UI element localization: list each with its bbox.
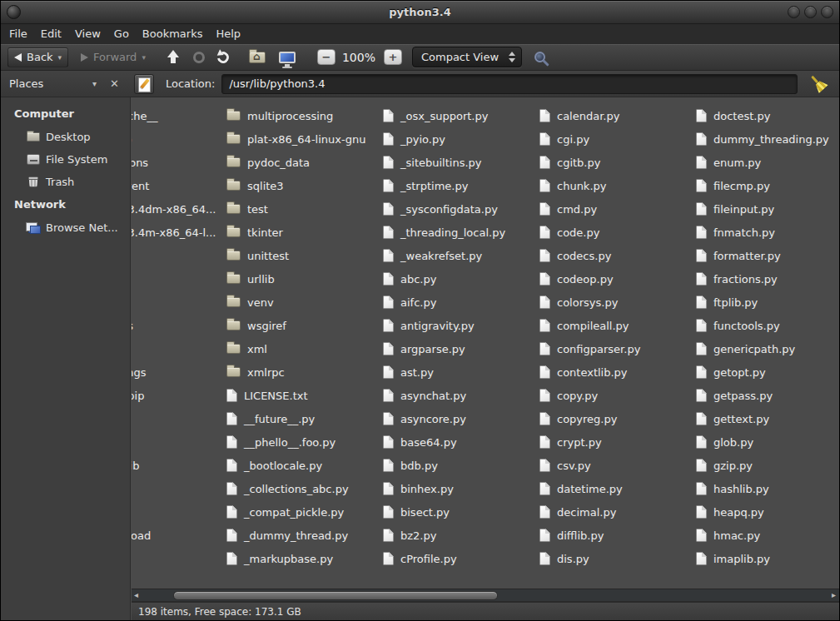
file-item[interactable]: ctypes — [132, 244, 228, 267]
file-item[interactable]: _strptime.py — [383, 174, 541, 197]
file-item[interactable]: logging — [132, 547, 228, 570]
menu-view[interactable]: View — [68, 24, 107, 44]
file-item[interactable]: asyncio — [132, 127, 228, 151]
file-item[interactable]: __phello__.foo.py — [226, 430, 385, 454]
file-item[interactable]: datetime.py — [539, 477, 698, 500]
file-item[interactable]: abc.py — [383, 267, 541, 291]
file-item[interactable]: _pyio.py — [383, 127, 541, 151]
file-item[interactable]: enum.py — [696, 151, 839, 174]
file-item[interactable]: _collections_abc.py — [226, 477, 385, 500]
file-item[interactable]: pydoc_data — [226, 151, 385, 174]
file-item[interactable]: binhex.py — [383, 477, 541, 500]
file-item[interactable]: encodings — [132, 360, 228, 384]
file-item[interactable]: copy.py — [539, 384, 698, 407]
stop-button[interactable] — [193, 52, 205, 63]
computer-button[interactable] — [279, 52, 296, 63]
file-item[interactable]: distutils — [132, 314, 228, 337]
search-icon[interactable] — [534, 52, 545, 62]
menu-go[interactable]: Go — [107, 24, 136, 44]
up-button[interactable] — [165, 49, 181, 66]
file-item[interactable]: fnmatch.py — [696, 221, 839, 244]
file-item[interactable]: doctest.py — [696, 104, 839, 127]
scroll-right-icon[interactable]: ▸ — [832, 589, 836, 601]
menu-edit[interactable]: Edit — [34, 24, 68, 44]
file-item[interactable]: urllib — [226, 267, 385, 291]
places-dropdown-icon[interactable]: ▾ — [92, 79, 97, 88]
file-item[interactable]: bisect.py — [383, 500, 541, 524]
file-item[interactable]: dummy_threading.py — [696, 127, 839, 151]
back-button[interactable]: Back ▾ — [7, 47, 68, 67]
file-item[interactable]: csv.py — [539, 454, 698, 477]
minimize-button[interactable] — [788, 6, 800, 18]
forward-button[interactable]: Forward ▾ — [75, 47, 152, 67]
file-item[interactable]: tkinter — [226, 221, 385, 244]
file-item[interactable]: formatter.py — [696, 244, 839, 267]
file-item[interactable]: ast.py — [383, 360, 541, 384]
file-item[interactable]: fractions.py — [696, 267, 839, 291]
file-item[interactable]: lib2to3 — [132, 500, 228, 524]
scrollbar-thumb[interactable] — [173, 591, 498, 600]
file-item[interactable]: multiprocessing — [226, 104, 385, 127]
file-item[interactable]: configparser.py — [539, 337, 698, 360]
file-item[interactable]: xml — [226, 337, 385, 360]
spinner-icon[interactable] — [509, 52, 515, 62]
file-item[interactable]: getopt.py — [696, 360, 839, 384]
home-button[interactable] — [249, 52, 266, 63]
file-item[interactable]: _threading_local.py — [383, 221, 541, 244]
file-item[interactable]: _osx_support.py — [383, 104, 541, 127]
file-item[interactable]: hashlib.py — [696, 477, 839, 500]
file-item[interactable]: base64.py — [383, 430, 541, 454]
file-item[interactable]: config-3.4dm-x86_64... — [132, 197, 228, 221]
file-item[interactable]: copyreg.py — [539, 407, 698, 430]
file-item[interactable]: difflib.py — [539, 524, 698, 547]
file-item[interactable]: unittest — [226, 244, 385, 267]
file-item[interactable]: imaplib.py — [696, 547, 839, 570]
file-item[interactable]: aifc.py — [383, 291, 541, 314]
file-item[interactable]: http — [132, 430, 228, 454]
file-item[interactable]: asynchat.py — [383, 384, 541, 407]
back-dropdown-icon[interactable]: ▾ — [58, 53, 62, 62]
scroll-left-icon[interactable]: ◂ — [134, 589, 138, 601]
file-item[interactable]: LICENSE.txt — [226, 384, 385, 407]
menu-bookmarks[interactable]: Bookmarks — [136, 24, 210, 44]
location-input[interactable]: /usr/lib/python3.4 — [221, 74, 798, 94]
file-item[interactable]: _compat_pickle.py — [226, 500, 385, 524]
file-item[interactable]: functools.py — [696, 314, 839, 337]
file-item[interactable]: filecmp.py — [696, 174, 839, 197]
file-item[interactable]: chunk.py — [539, 174, 698, 197]
file-item[interactable]: venv — [226, 291, 385, 314]
file-item[interactable]: _sysconfigdata.py — [383, 197, 541, 221]
file-item[interactable]: genericpath.py — [696, 337, 839, 360]
file-item[interactable]: lib-dynload — [132, 524, 228, 547]
refresh-button[interactable] — [215, 49, 231, 65]
file-item[interactable]: crypt.py — [539, 430, 698, 454]
zoom-in-button[interactable]: + — [384, 49, 402, 65]
horizontal-scrollbar[interactable]: ◂ ▸ — [132, 589, 839, 602]
file-item[interactable]: config-3.4m-x86_64-l... — [132, 221, 228, 244]
file-item[interactable]: plat-x86_64-linux-gnu — [226, 127, 385, 151]
maximize-button[interactable] — [804, 6, 817, 18]
file-item[interactable]: decimal.py — [539, 500, 698, 524]
sidebar-item-file-system[interactable]: File System — [1, 148, 130, 171]
edit-location-button[interactable] — [134, 74, 154, 94]
file-item[interactable]: contextlib.py — [539, 360, 698, 384]
file-item[interactable]: _dummy_thread.py — [226, 524, 385, 547]
places-close-icon[interactable]: ✕ — [110, 77, 119, 90]
file-item[interactable]: antigravity.py — [383, 314, 541, 337]
file-item[interactable]: dbm — [132, 291, 228, 314]
file-item[interactable]: cmd.py — [539, 197, 698, 221]
file-item[interactable]: compileall.py — [539, 314, 698, 337]
file-item[interactable]: _markupbase.py — [226, 547, 385, 570]
file-item[interactable]: calendar.py — [539, 104, 698, 127]
file-item[interactable]: gettext.py — [696, 407, 839, 430]
file-item[interactable]: _bootlocale.py — [226, 454, 385, 477]
file-item[interactable]: email — [132, 337, 228, 360]
file-item[interactable]: ensurepip — [132, 384, 228, 407]
file-item[interactable]: importlib — [132, 454, 228, 477]
file-item[interactable]: json — [132, 477, 228, 500]
file-item[interactable]: fileinput.py — [696, 197, 839, 221]
file-item[interactable]: asyncore.py — [383, 407, 541, 430]
file-item[interactable]: collections — [132, 151, 228, 174]
file-item[interactable]: html — [132, 407, 228, 430]
menu-file[interactable]: File — [2, 24, 34, 44]
